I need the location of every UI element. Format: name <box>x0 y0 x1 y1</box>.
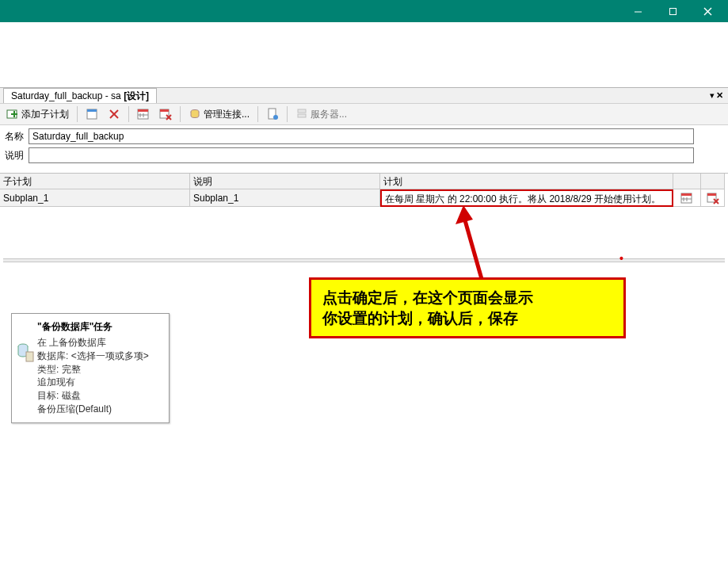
subplan-props-button[interactable] <box>82 106 101 122</box>
task-line-3: 类型: 完整 <box>37 363 162 376</box>
svg-rect-8 <box>87 109 97 112</box>
col-subplan[interactable]: 子计划 <box>0 174 190 189</box>
svg-rect-31 <box>707 193 716 196</box>
add-subplan-icon <box>6 108 19 120</box>
cell-desc[interactable]: Subplan_1 <box>190 189 380 207</box>
subplan-grid: 子计划 说明 计划 Subplan_1 Subplan_1 在每周 星期六 的 … <box>0 173 728 207</box>
document-tab-user: sa <box>111 90 121 102</box>
task-line-2: 数据库: <选择一项或多项> <box>37 350 162 363</box>
svg-rect-37 <box>26 352 33 361</box>
svg-rect-23 <box>298 109 306 113</box>
connections-icon <box>189 108 201 120</box>
document-tab-mode: [设计] <box>124 90 149 102</box>
remove-schedule-button[interactable] <box>156 106 175 122</box>
svg-marker-35 <box>455 205 473 224</box>
svg-rect-12 <box>138 109 148 112</box>
database-backup-icon <box>17 342 34 363</box>
report-icon <box>266 108 279 120</box>
server-icon <box>295 108 308 120</box>
svg-rect-17 <box>160 109 169 112</box>
ribbon-blank-area <box>0 22 728 87</box>
schedule-button[interactable] <box>134 106 153 122</box>
svg-rect-26 <box>681 193 692 196</box>
svg-rect-1 <box>669 8 676 14</box>
calendar-icon <box>137 108 150 120</box>
cell-plan[interactable]: 在每周 星期六 的 22:00:00 执行。将从 2018/8/29 开始使用计… <box>380 189 673 207</box>
document-tab[interactable]: Saturday_full_backup - sa [设计] <box>3 88 157 103</box>
cell-schedule-button[interactable] <box>673 189 701 207</box>
close-button[interactable] <box>690 0 725 22</box>
col-desc[interactable]: 说明 <box>190 174 380 189</box>
svg-point-22 <box>273 115 278 120</box>
desc-input[interactable] <box>29 147 694 163</box>
col-delete-icon-header <box>701 174 725 189</box>
cell-delete-schedule-button[interactable] <box>701 189 725 207</box>
calendar-delete-icon <box>159 108 172 120</box>
name-label: 名称 <box>5 130 29 143</box>
calendar-icon <box>680 192 693 204</box>
add-subplan-label: 添加子计划 <box>21 108 69 121</box>
task-line-5: 目标: 磁盘 <box>37 389 162 403</box>
backup-database-task[interactable]: "备份数据库"任务 在 上备份数据库 数据库: <选择一项或多项> 类型: 完整… <box>11 313 170 423</box>
document-tab-bar: Saturday_full_backup - sa [设计] ▾ ✕ <box>0 87 728 103</box>
report-button[interactable] <box>263 106 282 122</box>
task-title: "备份数据库"任务 <box>37 320 162 334</box>
delete-icon <box>108 108 120 120</box>
col-plan[interactable]: 计划 <box>380 174 673 189</box>
tab-dropdown-icon[interactable]: ▾ <box>710 91 715 100</box>
annotation-dot: • <box>619 252 623 265</box>
callout-line2: 你设置的计划，确认后，保存 <box>322 308 612 329</box>
properties-icon <box>86 108 98 120</box>
document-tab-name: Saturday_full_backup <box>11 90 102 102</box>
svg-rect-24 <box>298 114 306 117</box>
add-subplan-button[interactable]: 添加子计划 <box>3 106 72 123</box>
tab-close-icon[interactable]: ✕ <box>716 91 723 100</box>
manage-connections-button[interactable]: 管理连接... <box>185 106 253 123</box>
task-line-6: 备份压缩(Default) <box>37 403 162 416</box>
manage-connections-label: 管理连接... <box>204 108 250 121</box>
maximize-button[interactable] <box>655 0 690 22</box>
delete-subplan-button[interactable] <box>105 106 124 122</box>
servers-label: 服务器... <box>311 108 347 121</box>
col-schedule-icon-header <box>673 174 701 189</box>
subplan-row[interactable]: Subplan_1 Subplan_1 在每周 星期六 的 22:00:00 执… <box>0 189 728 207</box>
servers-button[interactable]: 服务器... <box>292 106 350 123</box>
window-titlebar <box>0 0 728 22</box>
desc-label: 说明 <box>5 149 29 162</box>
plan-form: 名称 说明 <box>0 125 728 173</box>
task-line-1: 在 上备份数据库 <box>37 336 162 350</box>
minimize-button[interactable] <box>620 0 655 22</box>
annotation-callout: 点击确定后，在这个页面会显示 你设置的计划，确认后，保存 <box>309 277 626 338</box>
name-input[interactable] <box>29 128 694 144</box>
toolbar: 添加子计划 管理连接... 服务 <box>0 103 728 125</box>
cell-subplan[interactable]: Subplan_1 <box>0 189 190 207</box>
callout-line1: 点击确定后，在这个页面会显示 <box>322 288 612 308</box>
calendar-delete-icon <box>707 192 719 204</box>
task-line-4: 追加现有 <box>37 376 162 389</box>
